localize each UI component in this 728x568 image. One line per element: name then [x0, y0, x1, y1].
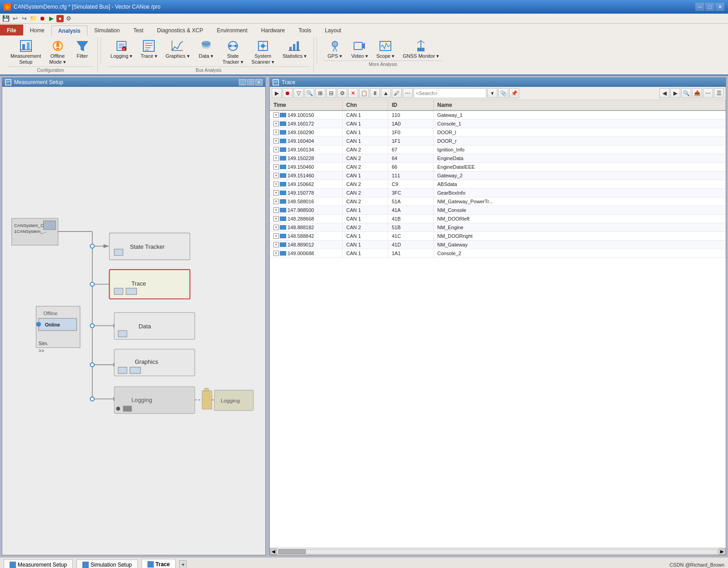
trace-settings-btn[interactable]: ⚙ [337, 88, 347, 98]
video-button[interactable]: Video ▾ [348, 37, 371, 60]
qa-undo-icon[interactable]: ↩ [11, 15, 19, 23]
trace-more2-btn[interactable]: ⋯ [703, 88, 713, 98]
table-row[interactable]: + 149.160134 CAN 2 67 Ignition_Info [270, 146, 726, 154]
trace-copy-btn[interactable]: 📋 [359, 88, 369, 98]
scroll-right[interactable]: ▶ [718, 548, 726, 555]
tab-home[interactable]: Home [23, 25, 51, 35]
title-bar-controls[interactable]: ─ □ ✕ [695, 3, 724, 11]
trace-expand-btn[interactable]: ⊞ [315, 88, 325, 98]
table-row[interactable]: + 149.160172 CAN 1 1A0 Console_1 [270, 120, 726, 128]
trace-delete-btn[interactable]: ✕ [348, 88, 358, 98]
row-expand-btn[interactable]: + [273, 216, 279, 221]
row-expand-btn[interactable]: + [273, 112, 279, 118]
row-expand-btn[interactable]: + [273, 242, 279, 247]
h-scrollbar-thumb[interactable] [278, 549, 306, 554]
gnss-monitor-button[interactable]: GNSS Monitor ▾ [399, 37, 442, 60]
table-row[interactable]: + 149.000688 CAN 1 1A1 Console_2 [270, 249, 726, 258]
tab-diagnostics[interactable]: Diagnostics & XCP [150, 25, 210, 35]
tab-file[interactable]: File [0, 25, 23, 35]
panel-restore[interactable]: □ [247, 79, 254, 85]
trace-run-btn[interactable]: ▶ [272, 88, 282, 98]
trace-filter-btn[interactable]: ▽ [293, 88, 303, 98]
gps-button[interactable]: GPS ▾ [324, 37, 346, 60]
table-row[interactable]: + 149.160290 CAN 1 1F0 DOOR_l [270, 128, 726, 137]
tab-simulation[interactable]: Simulation [87, 25, 126, 35]
trace-nav1-btn[interactable]: 📎 [498, 88, 508, 98]
row-expand-btn[interactable]: + [273, 190, 279, 196]
data-button[interactable]: Data ▾ [195, 37, 217, 60]
offline-mode-button[interactable]: OfflineMode ▾ [46, 37, 69, 66]
qa-stop-icon[interactable]: ■ [56, 15, 64, 22]
trace-highlight-btn[interactable]: 🖊 [392, 88, 402, 98]
qa-play-icon[interactable]: ▶ [47, 15, 56, 23]
col-header-time[interactable]: Time [270, 100, 343, 110]
scope-button[interactable]: Scope ▾ [373, 37, 398, 60]
scroll-left[interactable]: ◀ [270, 548, 277, 555]
table-row[interactable]: + 148.588016 CAN 2 51A NM_Gateway_PowerT… [270, 197, 726, 206]
trace-prev-btn[interactable]: ◀ [659, 88, 669, 98]
qa-record-icon[interactable]: ⏺ [38, 15, 46, 23]
row-expand-btn[interactable]: + [273, 181, 279, 187]
table-row[interactable]: + 148.288668 CAN 1 41B NM_DOORleft [270, 215, 726, 223]
table-row[interactable]: + 148.889012 CAN 1 41D NM_Gateway [270, 241, 726, 249]
col-header-chn[interactable]: Chn [343, 100, 388, 110]
trace-more-btn[interactable]: ⋯ [403, 88, 413, 98]
logging-button[interactable]: R Logging ▾ [107, 37, 136, 60]
minimize-button[interactable]: ─ [695, 3, 704, 11]
tab-test[interactable]: Test [126, 25, 150, 35]
state-tracker-button[interactable]: StateTracker ▾ [219, 37, 247, 66]
table-row[interactable]: + 148.588842 CAN 1 41C NM_DOORright [270, 232, 726, 241]
tab-trace[interactable]: Trace [142, 559, 176, 568]
trace-record-btn[interactable]: ⏺ [283, 88, 293, 98]
filter-button[interactable]: Filter [71, 37, 94, 60]
panel-minimize[interactable]: _ [239, 79, 246, 85]
row-expand-btn[interactable]: + [273, 121, 279, 126]
row-expand-btn[interactable]: + [273, 199, 279, 204]
trace-next-btn[interactable]: ▶ [670, 88, 680, 98]
table-row[interactable]: + 149.100150 CAN 1 110 Gateway_1 [270, 111, 726, 120]
table-row[interactable]: + 149.150662 CAN 2 C9 ABSdata [270, 180, 726, 189]
tab-analysis[interactable]: Analysis [51, 25, 87, 36]
trace-nav2-btn[interactable]: 📌 [509, 88, 519, 98]
row-expand-btn[interactable]: + [273, 164, 279, 170]
table-row[interactable]: + 149.151460 CAN 1 111 Gateway_2 [270, 171, 726, 180]
tab-measurement-setup[interactable]: Measurement Setup [4, 559, 73, 568]
qa-settings-icon[interactable]: ⚙ [65, 15, 73, 23]
row-expand-btn[interactable]: + [273, 138, 279, 144]
panel-close[interactable]: ✕ [255, 79, 263, 85]
qa-open-icon[interactable]: 📁 [29, 15, 37, 23]
row-expand-btn[interactable]: + [273, 207, 279, 213]
row-expand-btn[interactable]: + [273, 233, 279, 239]
trace-search-btn[interactable]: 🔍 [304, 88, 314, 98]
h-scrollbar[interactable] [278, 549, 718, 554]
close-button[interactable]: ✕ [715, 3, 724, 11]
col-header-name[interactable]: Name [434, 100, 726, 110]
trace-pause-btn[interactable]: ⏸ [370, 88, 380, 98]
table-row[interactable]: + 149.150460 CAN 2 66 EngineDataIEEE [270, 163, 726, 171]
table-row[interactable]: + 148.888182 CAN 2 51B NM_Engine [270, 223, 726, 232]
qa-redo-icon[interactable]: ↪ [20, 15, 28, 23]
tab-environment[interactable]: Environment [210, 25, 254, 35]
table-row[interactable]: + 147.988500 CAN 1 41A NM_Console [270, 206, 726, 215]
trace-search-input[interactable] [414, 88, 486, 98]
table-row[interactable]: + 149.160404 CAN 1 1F1 DOOR_r [270, 137, 726, 146]
maximize-button[interactable]: □ [705, 3, 714, 11]
trace-collapse-btn[interactable]: ⊟ [326, 88, 336, 98]
row-expand-btn[interactable]: + [273, 251, 279, 256]
trace-button[interactable]: Trace ▾ [137, 37, 161, 60]
table-row[interactable]: + 149.150228 CAN 2 64 EngineData [270, 154, 726, 163]
add-tab-button[interactable]: + [179, 560, 187, 568]
system-scanner-button[interactable]: SystemScanner ▾ [248, 37, 278, 66]
measurement-setup-button[interactable]: MeasurementSetup [7, 37, 44, 66]
row-expand-btn[interactable]: + [273, 225, 279, 230]
trace-zoom-btn[interactable]: 🔍 [681, 88, 691, 98]
table-row[interactable]: + 149.150778 CAN 2 3FC GearBoxInfo [270, 189, 726, 197]
graphics-button[interactable]: Graphics ▾ [162, 37, 193, 60]
tab-tools[interactable]: Tools [292, 25, 318, 35]
row-expand-btn[interactable]: + [273, 147, 279, 152]
qa-save-icon[interactable]: 💾 [2, 15, 10, 23]
row-expand-btn[interactable]: + [273, 130, 279, 135]
row-expand-btn[interactable]: + [273, 156, 279, 161]
tab-simulation-setup[interactable]: Simulation Setup [76, 559, 138, 568]
search-dropdown-btn[interactable]: ▾ [487, 88, 497, 98]
